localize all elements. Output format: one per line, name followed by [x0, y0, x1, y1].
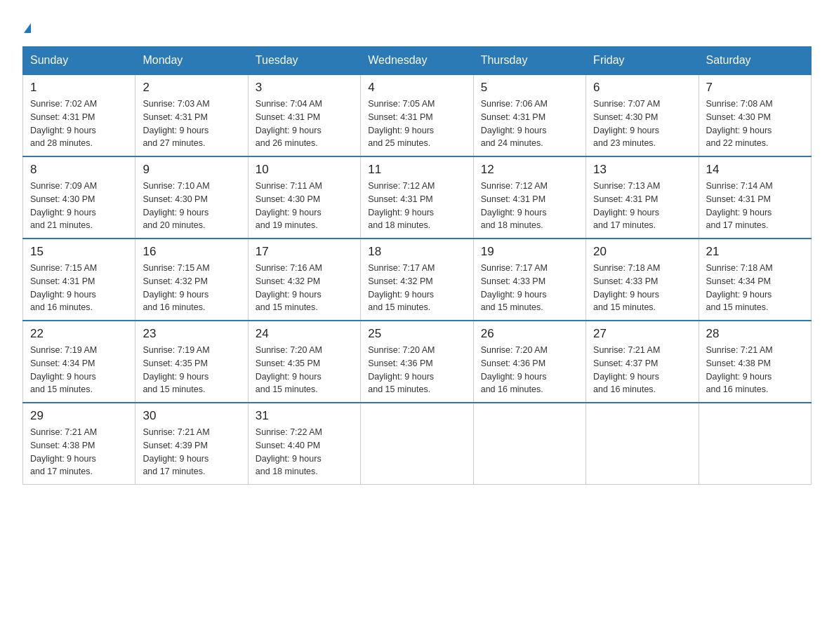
day-detail: Sunrise: 7:15 AMSunset: 4:32 PMDaylight:… [143, 262, 240, 314]
day-number: 16 [143, 245, 240, 259]
day-detail: Sunrise: 7:20 AMSunset: 4:36 PMDaylight:… [481, 344, 578, 396]
col-header-tuesday: Tuesday [248, 47, 360, 75]
calendar-cell: 2Sunrise: 7:03 AMSunset: 4:31 PMDaylight… [135, 74, 248, 156]
page-header [22, 17, 812, 35]
calendar-cell: 3Sunrise: 7:04 AMSunset: 4:31 PMDaylight… [248, 74, 360, 156]
calendar-cell: 22Sunrise: 7:19 AMSunset: 4:34 PMDayligh… [23, 321, 135, 403]
col-header-wednesday: Wednesday [361, 47, 473, 75]
day-number: 5 [481, 81, 578, 95]
calendar-cell: 24Sunrise: 7:20 AMSunset: 4:35 PMDayligh… [248, 321, 360, 403]
calendar-cell: 23Sunrise: 7:19 AMSunset: 4:35 PMDayligh… [135, 321, 248, 403]
day-detail: Sunrise: 7:19 AMSunset: 4:34 PMDaylight:… [30, 344, 128, 396]
calendar-cell: 27Sunrise: 7:21 AMSunset: 4:37 PMDayligh… [586, 321, 699, 403]
logo [22, 17, 31, 35]
day-detail: Sunrise: 7:18 AMSunset: 4:33 PMDaylight:… [593, 262, 691, 314]
day-number: 30 [143, 409, 240, 423]
day-detail: Sunrise: 7:08 AMSunset: 4:30 PMDaylight:… [706, 98, 804, 150]
calendar-cell: 15Sunrise: 7:15 AMSunset: 4:31 PMDayligh… [23, 239, 135, 321]
day-number: 27 [593, 327, 691, 341]
day-detail: Sunrise: 7:20 AMSunset: 4:35 PMDaylight:… [256, 344, 353, 396]
day-number: 24 [256, 327, 353, 341]
day-number: 29 [30, 409, 128, 423]
day-detail: Sunrise: 7:21 AMSunset: 4:38 PMDaylight:… [30, 426, 128, 478]
day-detail: Sunrise: 7:20 AMSunset: 4:36 PMDaylight:… [368, 344, 465, 396]
calendar-cell: 7Sunrise: 7:08 AMSunset: 4:30 PMDaylight… [699, 74, 811, 156]
calendar-week-row: 1Sunrise: 7:02 AMSunset: 4:31 PMDaylight… [23, 74, 812, 156]
calendar-table: SundayMondayTuesdayWednesdayThursdayFrid… [22, 46, 812, 485]
calendar-cell: 17Sunrise: 7:16 AMSunset: 4:32 PMDayligh… [248, 239, 360, 321]
day-number: 23 [143, 327, 240, 341]
day-number: 10 [256, 163, 353, 177]
calendar-cell: 11Sunrise: 7:12 AMSunset: 4:31 PMDayligh… [361, 156, 473, 239]
calendar-cell: 28Sunrise: 7:21 AMSunset: 4:38 PMDayligh… [699, 321, 811, 403]
calendar-cell: 25Sunrise: 7:20 AMSunset: 4:36 PMDayligh… [361, 321, 473, 403]
day-detail: Sunrise: 7:17 AMSunset: 4:33 PMDaylight:… [481, 262, 578, 314]
day-detail: Sunrise: 7:18 AMSunset: 4:34 PMDaylight:… [706, 262, 804, 314]
day-number: 1 [30, 81, 128, 95]
calendar-cell: 13Sunrise: 7:13 AMSunset: 4:31 PMDayligh… [586, 156, 699, 239]
calendar-week-row: 22Sunrise: 7:19 AMSunset: 4:34 PMDayligh… [23, 321, 812, 403]
calendar-cell: 20Sunrise: 7:18 AMSunset: 4:33 PMDayligh… [586, 239, 699, 321]
calendar-cell: 14Sunrise: 7:14 AMSunset: 4:31 PMDayligh… [699, 156, 811, 239]
day-detail: Sunrise: 7:06 AMSunset: 4:31 PMDaylight:… [481, 98, 578, 150]
day-detail: Sunrise: 7:12 AMSunset: 4:31 PMDaylight:… [481, 180, 578, 232]
day-number: 2 [143, 81, 240, 95]
day-number: 14 [706, 163, 804, 177]
calendar-cell [361, 403, 473, 485]
day-number: 9 [143, 163, 240, 177]
col-header-monday: Monday [135, 47, 248, 75]
day-detail: Sunrise: 7:16 AMSunset: 4:32 PMDaylight:… [256, 262, 353, 314]
day-number: 21 [706, 245, 804, 259]
day-number: 12 [481, 163, 578, 177]
calendar-cell [473, 403, 585, 485]
col-header-thursday: Thursday [473, 47, 585, 75]
day-number: 22 [30, 327, 128, 341]
calendar-cell: 9Sunrise: 7:10 AMSunset: 4:30 PMDaylight… [135, 156, 248, 239]
day-number: 8 [30, 163, 128, 177]
day-number: 28 [706, 327, 804, 341]
day-number: 25 [368, 327, 465, 341]
calendar-cell: 29Sunrise: 7:21 AMSunset: 4:38 PMDayligh… [23, 403, 135, 485]
calendar-header-row: SundayMondayTuesdayWednesdayThursdayFrid… [23, 47, 812, 75]
logo-triangle-icon [24, 23, 31, 33]
day-number: 15 [30, 245, 128, 259]
col-header-saturday: Saturday [699, 47, 811, 75]
calendar-cell [586, 403, 699, 485]
day-detail: Sunrise: 7:15 AMSunset: 4:31 PMDaylight:… [30, 262, 128, 314]
day-number: 20 [593, 245, 691, 259]
day-detail: Sunrise: 7:11 AMSunset: 4:30 PMDaylight:… [256, 180, 353, 232]
day-detail: Sunrise: 7:02 AMSunset: 4:31 PMDaylight:… [30, 98, 128, 150]
col-header-sunday: Sunday [23, 47, 135, 75]
day-number: 26 [481, 327, 578, 341]
day-detail: Sunrise: 7:21 AMSunset: 4:38 PMDaylight:… [706, 344, 804, 396]
day-detail: Sunrise: 7:14 AMSunset: 4:31 PMDaylight:… [706, 180, 804, 232]
day-detail: Sunrise: 7:09 AMSunset: 4:30 PMDaylight:… [30, 180, 128, 232]
day-detail: Sunrise: 7:17 AMSunset: 4:32 PMDaylight:… [368, 262, 465, 314]
calendar-week-row: 8Sunrise: 7:09 AMSunset: 4:30 PMDaylight… [23, 156, 812, 239]
day-detail: Sunrise: 7:19 AMSunset: 4:35 PMDaylight:… [143, 344, 240, 396]
calendar-cell: 5Sunrise: 7:06 AMSunset: 4:31 PMDaylight… [473, 74, 585, 156]
calendar-cell: 16Sunrise: 7:15 AMSunset: 4:32 PMDayligh… [135, 239, 248, 321]
calendar-cell: 26Sunrise: 7:20 AMSunset: 4:36 PMDayligh… [473, 321, 585, 403]
calendar-cell: 30Sunrise: 7:21 AMSunset: 4:39 PMDayligh… [135, 403, 248, 485]
day-number: 19 [481, 245, 578, 259]
calendar-week-row: 29Sunrise: 7:21 AMSunset: 4:38 PMDayligh… [23, 403, 812, 485]
calendar-cell [699, 403, 811, 485]
calendar-cell: 8Sunrise: 7:09 AMSunset: 4:30 PMDaylight… [23, 156, 135, 239]
calendar-cell: 18Sunrise: 7:17 AMSunset: 4:32 PMDayligh… [361, 239, 473, 321]
calendar-cell: 1Sunrise: 7:02 AMSunset: 4:31 PMDaylight… [23, 74, 135, 156]
calendar-cell: 31Sunrise: 7:22 AMSunset: 4:40 PMDayligh… [248, 403, 360, 485]
day-number: 31 [256, 409, 353, 423]
day-number: 4 [368, 81, 465, 95]
calendar-cell: 21Sunrise: 7:18 AMSunset: 4:34 PMDayligh… [699, 239, 811, 321]
day-detail: Sunrise: 7:21 AMSunset: 4:37 PMDaylight:… [593, 344, 691, 396]
day-detail: Sunrise: 7:05 AMSunset: 4:31 PMDaylight:… [368, 98, 465, 150]
day-detail: Sunrise: 7:07 AMSunset: 4:30 PMDaylight:… [593, 98, 691, 150]
calendar-cell: 12Sunrise: 7:12 AMSunset: 4:31 PMDayligh… [473, 156, 585, 239]
day-detail: Sunrise: 7:03 AMSunset: 4:31 PMDaylight:… [143, 98, 240, 150]
day-number: 17 [256, 245, 353, 259]
day-detail: Sunrise: 7:10 AMSunset: 4:30 PMDaylight:… [143, 180, 240, 232]
col-header-friday: Friday [586, 47, 699, 75]
calendar-cell: 4Sunrise: 7:05 AMSunset: 4:31 PMDaylight… [361, 74, 473, 156]
calendar-week-row: 15Sunrise: 7:15 AMSunset: 4:31 PMDayligh… [23, 239, 812, 321]
